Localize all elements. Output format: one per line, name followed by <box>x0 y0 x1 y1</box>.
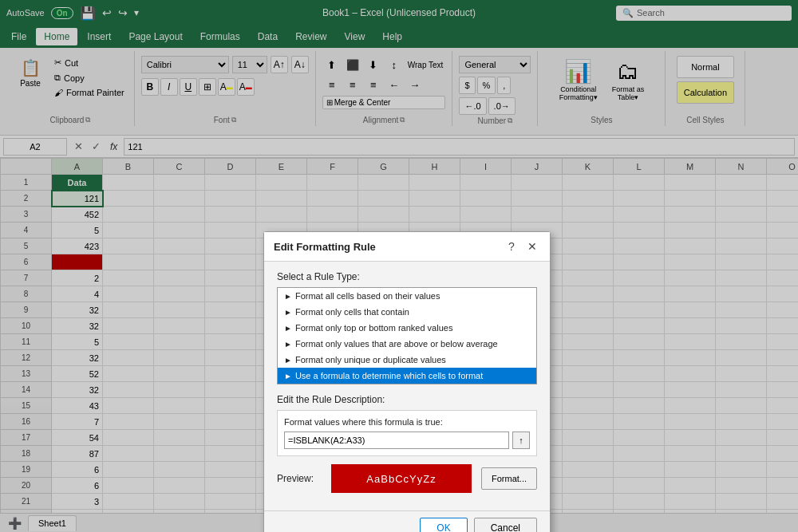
rule-type-text-0: Format all cells based on their values <box>295 291 440 301</box>
rule-arrow-5: ► <box>284 372 292 380</box>
rule-type-item-4[interactable]: ► Format only unique or duplicate values <box>278 352 536 368</box>
rule-type-item-1[interactable]: ► Format only cells that contain <box>278 304 536 320</box>
formula-section: Format values where this formula is true… <box>277 410 537 456</box>
rule-arrow-2: ► <box>284 324 292 333</box>
cancel-button[interactable]: Cancel <box>474 518 537 532</box>
rule-type-text-3: Format only values that are above or bel… <box>295 339 498 349</box>
preview-box: AaBbCcYyZz <box>331 464 472 493</box>
rule-type-text-2: Format only top or bottom ranked values <box>295 323 452 333</box>
rule-type-text-5: Use a formula to determine which cells t… <box>295 371 483 380</box>
rule-type-item-3[interactable]: ► Format only values that are above or b… <box>278 336 536 352</box>
rule-arrow-4: ► <box>284 356 292 365</box>
rule-arrow-1: ► <box>284 308 292 317</box>
formula-row: ↑ <box>284 432 530 449</box>
formula-ref-icon: ↑ <box>519 435 523 445</box>
rule-type-item-0[interactable]: ► Format all cells based on their values <box>278 288 536 304</box>
rule-arrow-0: ► <box>284 292 292 301</box>
rule-type-text-1: Format only cells that contain <box>295 307 409 317</box>
dialog-title-buttons: ? ✕ <box>504 238 540 254</box>
dialog-close-button[interactable]: ✕ <box>524 238 540 254</box>
dialog-body: Select a Rule Type: ► Format all cells b… <box>264 262 550 510</box>
ok-button[interactable]: OK <box>420 518 467 532</box>
rule-type-label: Select a Rule Type: <box>277 271 537 282</box>
dialog-overlay: Edit Formatting Rule ? ✕ Select a Rule T… <box>0 0 798 532</box>
format-button[interactable]: Format... <box>481 467 537 490</box>
preview-label: Preview: <box>277 473 322 484</box>
rule-type-text-4: Format only unique or duplicate values <box>295 355 446 365</box>
rule-arrow-3: ► <box>284 340 292 349</box>
dialog-help-button[interactable]: ? <box>504 238 519 254</box>
preview-text: AaBbCcYyZz <box>366 473 436 485</box>
formula-description: Format values where this formula is true… <box>284 417 530 427</box>
formula-field[interactable] <box>284 432 509 449</box>
rule-type-item-5[interactable]: ► Use a formula to determine which cells… <box>278 368 536 384</box>
rule-type-list: ► Format all cells based on their values… <box>277 287 537 384</box>
dialog-title-bar: Edit Formatting Rule ? ✕ <box>264 232 550 262</box>
dialog-footer: OK Cancel <box>264 510 550 532</box>
formula-ref-button[interactable]: ↑ <box>512 432 530 449</box>
preview-row: Preview: AaBbCcYyZz Format... <box>277 464 537 493</box>
dialog-title: Edit Formatting Rule <box>274 241 376 253</box>
rule-type-item-2[interactable]: ► Format only top or bottom ranked value… <box>278 320 536 336</box>
edit-rule-label: Edit the Rule Description: <box>277 394 537 405</box>
main-content: AutoSave On 💾 ↩ ↪ ▾ Book1 – Excel (Unlic… <box>0 0 798 532</box>
edit-formatting-dialog: Edit Formatting Rule ? ✕ Select a Rule T… <box>263 231 551 532</box>
